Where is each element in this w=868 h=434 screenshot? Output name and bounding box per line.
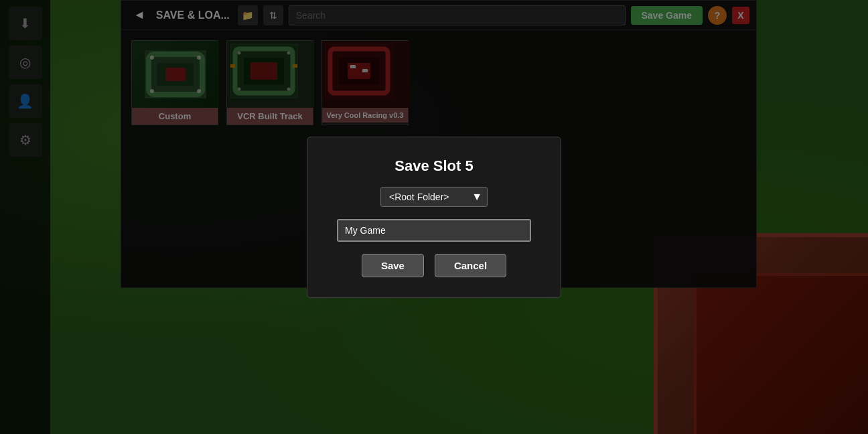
modal-overlay: Save Slot 5 <Root Folder> ▼ Save Cancel: [0, 0, 868, 434]
modal-title: Save Slot 5: [394, 157, 473, 175]
modal-buttons: Save Cancel: [362, 254, 506, 277]
save-name-input[interactable]: [337, 219, 531, 242]
folder-dropdown[interactable]: <Root Folder>: [380, 187, 488, 207]
folder-dropdown-wrapper: <Root Folder> ▼: [380, 187, 488, 207]
save-slot-modal: Save Slot 5 <Root Folder> ▼ Save Cancel: [307, 137, 561, 298]
modal-cancel-button[interactable]: Cancel: [435, 254, 506, 277]
modal-save-button[interactable]: Save: [362, 254, 424, 277]
folder-select-container: <Root Folder> ▼: [380, 187, 488, 207]
